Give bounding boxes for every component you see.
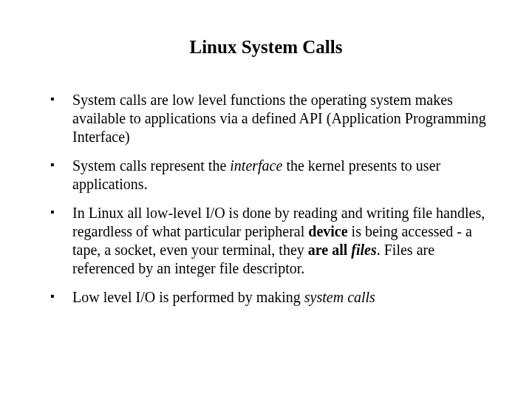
bullet-text-pre: System calls represent the: [72, 157, 230, 174]
bullet-text: System calls are low level functions the…: [72, 92, 486, 145]
bullet-text-pre: Low level I/O is performed by making: [72, 289, 304, 305]
list-item: Low level I/O is performed by making sys…: [44, 288, 488, 307]
bullet-text-strong: device: [308, 223, 347, 239]
slide-title: Linux System Calls: [44, 37, 488, 58]
bullet-text-em: files: [351, 242, 376, 258]
list-item: System calls represent the interface the…: [44, 157, 488, 194]
bullet-text-strong: are all: [308, 242, 352, 258]
bullet-list: System calls are low level functions the…: [44, 91, 488, 307]
bullet-text-em: interface: [230, 157, 282, 174]
list-item: System calls are low level functions the…: [44, 91, 488, 146]
list-item: In Linux all low-level I/O is done by re…: [44, 204, 488, 278]
bullet-text-em: system calls: [304, 289, 375, 305]
